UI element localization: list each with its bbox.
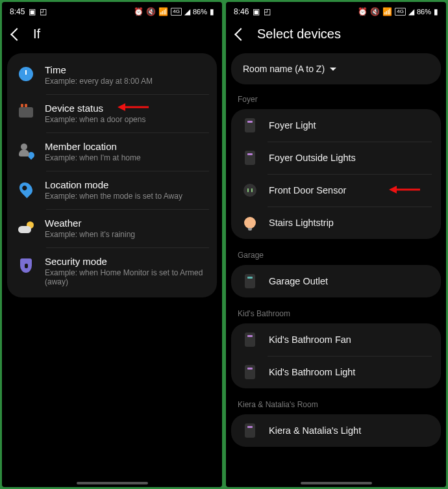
condition-title: Time — [45, 64, 206, 75]
gallery-icon: ▣ — [253, 7, 260, 16]
gallery-icon: ▣ — [29, 7, 36, 16]
device-item[interactable]: Foyer Outside Lights — [231, 142, 441, 174]
page-title: If — [33, 27, 40, 42]
network-badge: 4G — [395, 8, 406, 16]
if-condition-weather[interactable]: WeatherExample: when it's raining — [7, 209, 217, 247]
device-name: Kid's Bathroom Light — [269, 367, 355, 377]
device-item[interactable]: Stairs Lightstrip — [231, 207, 441, 239]
clock-icon — [19, 67, 33, 81]
sort-label: Room name (A to Z) — [243, 64, 325, 74]
device-item[interactable]: Foyer Light — [231, 109, 441, 142]
alarm-icon: ⏰ — [134, 7, 143, 16]
device-name: Stairs Lightstrip — [269, 218, 334, 228]
room-card: Foyer LightFoyer Outside LightsFront Doo… — [231, 109, 441, 239]
room-card: Kid's Bathroom FanKid's Bathroom Light — [231, 323, 441, 388]
phone-left: 8:45 ▣ ◰ ⏰ 🔇 📶 4G ◢ 86% ▮ If TimeExample… — [2, 2, 222, 487]
device-name: Garage Outlet — [269, 276, 328, 286]
status-bar: 8:46 ▣ ◰ ⏰ 🔇 📶 4G ◢ 86% ▮ — [226, 2, 446, 19]
weather-icon — [18, 221, 34, 233]
home-indicator[interactable] — [77, 482, 148, 484]
network-badge: 4G — [171, 8, 182, 16]
condition-title: Weather — [45, 218, 206, 229]
device-status-icon — [19, 107, 33, 118]
condition-title: Security mode — [45, 256, 206, 267]
device-name: Kid's Bathroom Fan — [269, 334, 351, 345]
signal-icon: ◢ — [184, 7, 190, 16]
room-label: Foyer — [231, 95, 441, 109]
status-bar: 8:45 ▣ ◰ ⏰ 🔇 📶 4G ◢ 86% ▮ — [2, 2, 222, 19]
room-label: Garage — [231, 251, 441, 265]
if-condition-member[interactable]: Member locationExample: when I'm at home — [7, 132, 217, 171]
pip-icon: ◰ — [40, 7, 47, 16]
if-condition-pin[interactable]: Location modeExample: when the mode is s… — [7, 171, 217, 209]
signal-icon: ◢ — [408, 7, 414, 16]
room-card: Garage Outlet — [231, 265, 441, 297]
mute-icon: 🔇 — [370, 7, 380, 16]
svg-marker-3 — [389, 186, 397, 194]
header: If — [2, 19, 222, 53]
condition-subtitle: Example: when the mode is set to Away — [45, 192, 206, 201]
status-time: 8:45 — [10, 7, 25, 16]
condition-subtitle: Example: when a door opens — [45, 115, 206, 124]
switch-icon — [245, 332, 255, 347]
if-conditions-card: TimeExample: every day at 8:00 AMDevice … — [7, 53, 217, 297]
device-name: Front Door Sensor — [269, 185, 346, 195]
switch-icon — [245, 365, 255, 379]
room-label: Kid's Bathroom — [231, 309, 441, 323]
device-item[interactable]: Kiera & Natalia's Light — [231, 414, 441, 447]
device-item[interactable]: Kid's Bathroom Fan — [231, 323, 441, 356]
pip-icon: ◰ — [264, 7, 271, 16]
wifi-icon: 📶 — [158, 7, 168, 16]
arrow-annotation — [118, 102, 150, 112]
switch-icon — [245, 151, 255, 165]
bulb-icon — [244, 217, 256, 229]
room-label: Kiera & Natalia's Room — [231, 400, 441, 414]
if-condition-device-status[interactable]: Device statusExample: when a door opens — [7, 94, 217, 132]
condition-subtitle: Example: when it's raining — [45, 230, 206, 239]
battery-icon: ▮ — [210, 7, 214, 16]
chevron-down-icon — [330, 68, 336, 71]
device-item[interactable]: Garage Outlet — [231, 265, 441, 297]
condition-title: Location mode — [45, 179, 206, 190]
wifi-icon: 📶 — [382, 7, 392, 16]
back-button[interactable] — [234, 28, 247, 41]
condition-subtitle: Example: when Home Monitor is set to Arm… — [45, 268, 206, 286]
condition-subtitle: Example: when I'm at home — [45, 153, 206, 162]
condition-subtitle: Example: every day at 8:00 AM — [45, 77, 206, 86]
pin-icon — [17, 180, 35, 198]
status-time: 8:46 — [234, 7, 249, 16]
device-item[interactable]: Kid's Bathroom Light — [231, 356, 441, 388]
device-name: Foyer Light — [269, 120, 316, 131]
member-icon — [19, 144, 33, 158]
battery-percent: 86% — [417, 8, 431, 16]
room-card: Kiera & Natalia's Light — [231, 414, 441, 447]
switch-icon — [245, 274, 255, 288]
mute-icon: 🔇 — [146, 7, 156, 16]
phone-right: 8:46 ▣ ◰ ⏰ 🔇 📶 4G ◢ 86% ▮ Select devices… — [226, 2, 446, 487]
if-condition-shield[interactable]: Security modeExample: when Home Monitor … — [7, 247, 217, 295]
alarm-icon: ⏰ — [358, 7, 367, 16]
condition-title: Member location — [45, 141, 206, 152]
battery-percent: 86% — [193, 8, 207, 16]
svg-marker-1 — [118, 103, 125, 111]
sensor-icon — [243, 184, 256, 197]
if-condition-clock[interactable]: TimeExample: every day at 8:00 AM — [7, 56, 217, 94]
device-name: Kiera & Natalia's Light — [269, 425, 361, 436]
arrow-annotation — [389, 184, 421, 195]
page-title: Select devices — [257, 27, 341, 42]
back-button[interactable] — [10, 28, 23, 41]
sort-dropdown[interactable]: Room name (A to Z) — [231, 53, 441, 84]
device-item[interactable]: Front Door Sensor — [231, 174, 441, 207]
header: Select devices — [226, 19, 446, 53]
shield-icon — [20, 258, 32, 273]
home-indicator[interactable] — [301, 482, 372, 484]
switch-icon — [245, 118, 255, 132]
device-name: Foyer Outside Lights — [269, 153, 356, 163]
battery-icon: ▮ — [434, 7, 438, 16]
switch-icon — [245, 423, 255, 438]
